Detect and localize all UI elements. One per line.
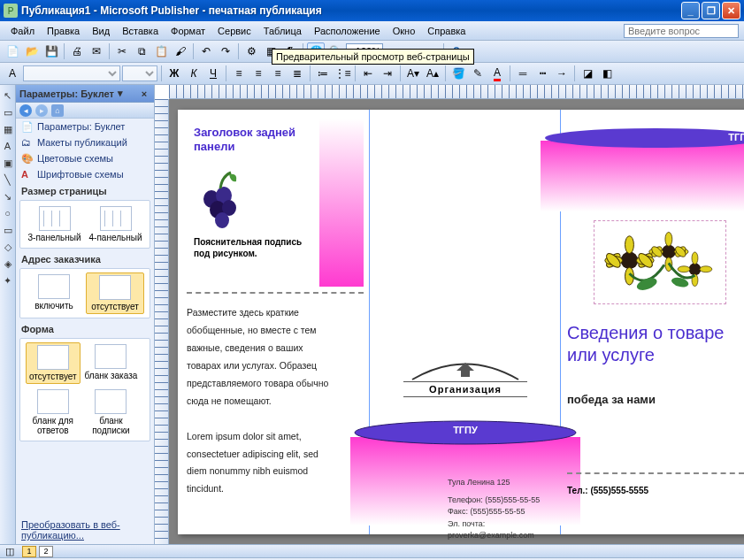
pointer-icon[interactable]: ↖	[1, 88, 15, 103]
italic-icon[interactable]: К	[185, 65, 203, 82]
tp-link-colors[interactable]: 🎨Цветовые схемы	[16, 150, 154, 166]
align-right-icon[interactable]: ≡	[269, 65, 287, 82]
opt-form-subscribe[interactable]: бланк подписки	[84, 387, 139, 437]
contact-block[interactable]: Тула Ленина 125 Телефон: (555)555-55-55 …	[448, 477, 554, 542]
opt-form-none[interactable]: отсутствует	[26, 342, 81, 384]
menu-file[interactable]: Файл	[5, 24, 40, 38]
menu-arrange[interactable]: Расположение	[309, 24, 386, 38]
numbering-icon[interactable]: ≔	[314, 65, 332, 82]
print-icon[interactable]: 🖨	[68, 42, 86, 60]
font-selector[interactable]	[23, 65, 120, 81]
p1-title[interactable]: Заголовок задней панели	[187, 119, 319, 162]
menu-edit[interactable]: Правка	[42, 24, 85, 38]
ruler-vertical[interactable]	[155, 99, 169, 544]
opt-addr-include[interactable]: включить	[26, 272, 82, 314]
menu-help[interactable]: Справка	[422, 24, 471, 38]
redo-icon[interactable]: ↷	[217, 42, 234, 60]
maximize-button[interactable]: ❐	[702, 2, 720, 19]
org-block[interactable]: Организация	[403, 357, 527, 397]
dash-style-icon[interactable]: ┅	[533, 65, 551, 82]
nav-forward-icon[interactable]: ▸	[35, 104, 48, 117]
p1-caption[interactable]: Поясни­тель­ная подпись под ри­сун­ком.	[187, 236, 319, 260]
minimize-button[interactable]: _	[681, 2, 700, 19]
canvas[interactable]: Заголовок задней панели Поясни­тель­ная …	[169, 99, 744, 544]
line-tool-icon[interactable]: ╲	[1, 173, 15, 187]
opt-4panel[interactable]: 4-панельный	[87, 204, 144, 244]
page-sorter-icon[interactable]: ◫	[5, 546, 14, 557]
paste-icon[interactable]: 📋	[152, 42, 170, 60]
opt-3panel[interactable]: 3-панельный	[26, 204, 83, 244]
opt-addr-none[interactable]: отсутствует	[86, 272, 144, 314]
nav-home-icon[interactable]: ⌂	[51, 104, 64, 117]
fill-color-icon[interactable]: 🪣	[449, 65, 467, 82]
ruler-horizontal[interactable]	[169, 85, 744, 99]
cut-icon[interactable]: ✂	[113, 42, 131, 60]
wizard-icon[interactable]: ⚙	[242, 42, 260, 60]
page-1-tab[interactable]: 1	[22, 546, 36, 557]
oval-tool-icon[interactable]: ○	[1, 206, 15, 220]
close-button[interactable]: ✕	[722, 2, 740, 19]
tp-link-layouts[interactable]: 🗂Макеты публикаций	[16, 134, 154, 150]
tp-convert-link[interactable]: Преобразовать в веб-публикацию...	[21, 519, 154, 541]
grapes-image[interactable]	[194, 164, 247, 234]
line-color-icon[interactable]: ✎	[469, 65, 487, 82]
page[interactable]: Заголовок задней панели Поясни­тель­ная …	[178, 110, 744, 534]
align-left-icon[interactable]: ≡	[230, 65, 248, 82]
align-center-icon[interactable]: ≡	[249, 65, 267, 82]
help-input[interactable]	[624, 24, 739, 38]
p2-banner[interactable]: ТГПУ	[350, 419, 580, 446]
undo-icon[interactable]: ↶	[197, 42, 215, 60]
styles-icon[interactable]: A	[4, 65, 21, 82]
nav-back-icon[interactable]: ◂	[19, 104, 32, 117]
decrease-font-icon[interactable]: A▾	[404, 65, 422, 82]
shadow-icon[interactable]: ◪	[579, 65, 596, 82]
p3-title[interactable]: Сведения о товаре или услуге	[567, 322, 744, 366]
align-justify-icon[interactable]: ≣	[288, 65, 306, 82]
picture-frame-icon[interactable]: ▣	[1, 156, 15, 170]
menu-window[interactable]: Окно	[387, 24, 421, 38]
copy-icon[interactable]: ⧉	[133, 42, 150, 60]
p1-body-text[interactable]: Разместите здесь краткие обобщенные, но …	[187, 304, 337, 498]
font-color-icon[interactable]: A	[488, 65, 506, 82]
p3-telephone[interactable]: Тел.: (555)555-5555	[567, 486, 648, 495]
design-gallery-icon[interactable]: ✦	[1, 273, 15, 288]
menu-service[interactable]: Сервис	[212, 24, 257, 38]
taskpane-close-icon[interactable]: ×	[138, 88, 150, 100]
brochure-panel-front[interactable]: ТГПУ Сведения о т	[567, 119, 744, 525]
textbox-icon[interactable]: ▭	[1, 105, 15, 119]
page-2-tab[interactable]: 2	[39, 546, 53, 557]
p3-subtitle[interactable]: победа за нами	[567, 393, 656, 406]
format-painter-icon[interactable]: 🖌	[172, 42, 189, 60]
taskpane-dropdown-icon[interactable]: ▾	[118, 88, 123, 99]
save-icon[interactable]: 💾	[42, 42, 60, 60]
p3-banner[interactable]: ТГПУ	[541, 127, 744, 150]
bold-icon[interactable]: Ж	[165, 65, 183, 82]
line-style-icon[interactable]: ═	[514, 65, 532, 82]
tp-link-fonts[interactable]: AШрифтовые схемы	[16, 166, 154, 182]
mail-icon[interactable]: ✉	[88, 42, 105, 60]
underline-icon[interactable]: Ч	[204, 65, 222, 82]
opt-form-reply[interactable]: бланк для ответов	[26, 387, 81, 437]
new-icon[interactable]: 📄	[4, 42, 21, 60]
wordart-icon[interactable]: A	[1, 139, 15, 153]
increase-font-icon[interactable]: A▴	[424, 65, 441, 82]
menu-insert[interactable]: Вставка	[117, 24, 164, 38]
menu-table[interactable]: Таблица	[258, 24, 307, 38]
help-search[interactable]	[624, 24, 739, 38]
arrow-style-icon[interactable]: →	[553, 65, 571, 82]
increase-indent-icon[interactable]: ⇥	[379, 65, 396, 82]
arrow-tool-icon[interactable]: ↘	[1, 189, 15, 203]
decrease-indent-icon[interactable]: ⇤	[359, 65, 377, 82]
menu-view[interactable]: Вид	[87, 24, 115, 38]
open-icon[interactable]: 📂	[23, 42, 41, 60]
menu-format[interactable]: Формат	[165, 24, 211, 38]
rect-tool-icon[interactable]: ▭	[1, 223, 15, 237]
p1-header-box[interactable]: Заголовок задней панели Поясни­тель­ная …	[187, 119, 319, 287]
sunflower-image[interactable]	[594, 220, 726, 304]
opt-form-order[interactable]: бланк заказа	[84, 342, 139, 384]
autoshapes-icon[interactable]: ◇	[1, 240, 15, 254]
brochure-panel-back[interactable]: Заголовок задней панели Поясни­тель­ная …	[187, 119, 364, 525]
3d-icon[interactable]: ◧	[598, 65, 616, 82]
bookmark-icon[interactable]: ◈	[1, 257, 15, 271]
bullets-icon[interactable]: ⋮≡	[334, 65, 351, 82]
